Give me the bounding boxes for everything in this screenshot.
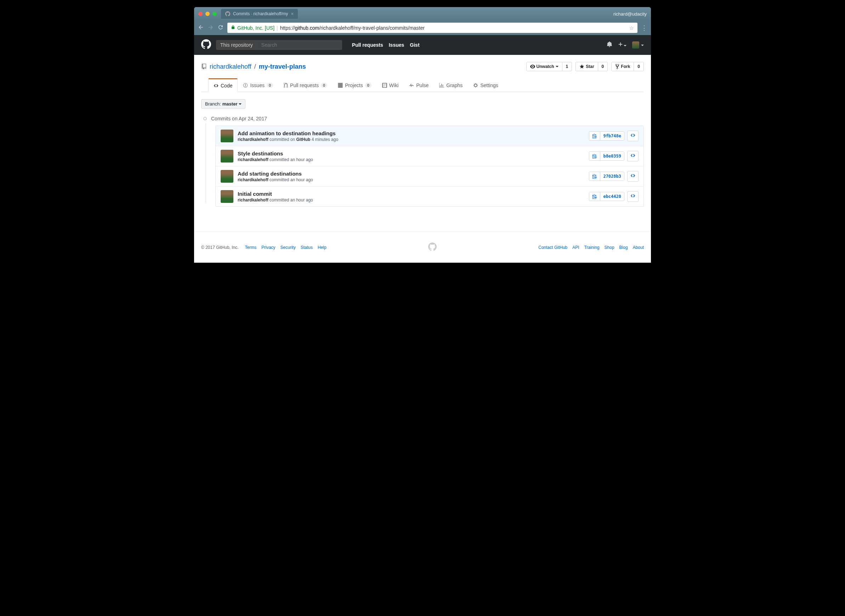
star-count[interactable]: 0 [598, 62, 608, 71]
tab-issues[interactable]: Issues0 [238, 78, 278, 92]
browser-menu-button[interactable]: ⋮ [641, 24, 647, 32]
unwatch-button[interactable]: Unwatch [526, 62, 562, 71]
create-new-button[interactable] [618, 42, 626, 48]
commit-author-link[interactable]: richardkalehoff [238, 198, 268, 202]
sha-link[interactable]: ebc4420 [600, 192, 624, 201]
footer-blog[interactable]: Blog [619, 245, 628, 250]
commit-list: Add animation to destination headingsric… [215, 126, 644, 207]
repo-breadcrumb: richardkalehoff / my-travel-plans Unwatc… [201, 62, 644, 71]
browse-code-button[interactable] [627, 191, 638, 202]
github-logo[interactable] [201, 39, 211, 51]
commit-title-link[interactable]: Style destinations [238, 151, 589, 157]
commit-author-link[interactable]: richardkalehoff [238, 137, 268, 142]
commit-author-link[interactable]: richardkalehoff [238, 177, 268, 182]
footer-shop[interactable]: Shop [604, 245, 615, 250]
footer-terms[interactable]: Terms [245, 245, 257, 250]
tab-title: Commits · richardkalehoff/my [233, 11, 288, 16]
sha-link[interactable]: 27028b3 [600, 172, 624, 180]
commit-row: Style destinationsrichardkalehoff commit… [216, 146, 644, 166]
nav-issues[interactable]: Issues [389, 42, 405, 48]
repo-name-link[interactable]: my-travel-plans [259, 63, 306, 70]
commit-title-link[interactable]: Initial commit [238, 191, 589, 197]
footer-security[interactable]: Security [280, 245, 296, 250]
commit-row: Add animation to destination headingsric… [216, 126, 644, 146]
copy-sha-button[interactable] [589, 132, 600, 140]
back-button[interactable] [198, 24, 204, 32]
copyright: © 2017 GitHub, Inc. [201, 245, 239, 250]
footer-privacy[interactable]: Privacy [261, 245, 275, 250]
commit-author-link[interactable]: richardkalehoff [238, 157, 268, 162]
nav-pull-requests[interactable]: Pull requests [352, 42, 383, 48]
copy-sha-button[interactable] [589, 152, 600, 160]
reload-button[interactable] [217, 24, 224, 32]
tab-pull-requests[interactable]: Pull requests0 [278, 78, 333, 92]
notifications-icon[interactable] [607, 41, 612, 48]
cert-org: GitHub, Inc. [US] [237, 25, 274, 31]
browser-titlebar: Commits · richardkalehoff/my × richard@u… [194, 7, 651, 21]
search-scope-button[interactable]: This repository [216, 40, 257, 50]
commit-title-link[interactable]: Add starting destinations [238, 171, 589, 177]
window-close-button[interactable] [198, 12, 202, 16]
footer-api[interactable]: API [572, 245, 579, 250]
avatar-icon [632, 41, 639, 48]
avatar-icon[interactable] [221, 150, 233, 163]
commit-row: Initial commitrichardkalehoff committed … [216, 186, 644, 207]
tab-code[interactable]: Code [208, 78, 238, 92]
footer-status[interactable]: Status [301, 245, 313, 250]
footer-contact[interactable]: Contact GitHub [538, 245, 567, 250]
footer: © 2017 GitHub, Inc. Terms Privacy Securi… [194, 232, 651, 263]
repo-tabs: Code Issues0 Pull requests0 Projects0 Wi… [201, 78, 644, 92]
tab-pulse[interactable]: Pulse [404, 78, 434, 92]
repo-icon [201, 64, 207, 69]
browse-code-button[interactable] [627, 151, 638, 161]
github-icon [225, 11, 230, 16]
commit-title-link[interactable]: Add animation to destination headings [238, 130, 589, 136]
user-menu[interactable] [632, 41, 644, 48]
commit-meta: richardkalehoff committed on GitHub 4 mi… [238, 137, 589, 142]
browse-code-button[interactable] [627, 131, 638, 141]
timeline-node-icon [203, 117, 207, 120]
tab-graphs[interactable]: Graphs [434, 78, 468, 92]
address-bar[interactable]: GitHub, Inc. [US] | https://github.com/r… [227, 23, 637, 33]
tab-projects[interactable]: Projects0 [333, 78, 377, 92]
fork-count[interactable]: 0 [634, 62, 644, 71]
chrome-profile[interactable]: richard@udacity [613, 11, 647, 17]
window-maximize-button[interactable] [213, 12, 217, 16]
tab-wiki[interactable]: Wiki [377, 78, 404, 92]
search-input[interactable] [257, 40, 342, 50]
forward-button[interactable] [208, 24, 214, 32]
browser-tab[interactable]: Commits · richardkalehoff/my × [221, 9, 298, 19]
copy-sha-button[interactable] [589, 172, 600, 180]
repo-owner-link[interactable]: richardkalehoff [210, 63, 251, 70]
avatar-icon[interactable] [221, 129, 233, 142]
commit-meta: richardkalehoff committed an hour ago [238, 157, 589, 162]
commit-row: Add starting destinationsrichardkalehoff… [216, 166, 644, 186]
browse-code-button[interactable] [627, 171, 638, 182]
github-header: This repository Pull requests Issues Gis… [194, 35, 651, 55]
bookmark-star-icon[interactable]: ☆ [629, 25, 634, 31]
browser-toolbar: GitHub, Inc. [US] | https://github.com/r… [194, 21, 651, 35]
commit-meta: richardkalehoff committed an hour ago [238, 198, 589, 202]
avatar-icon[interactable] [221, 170, 233, 183]
star-button[interactable]: Star [575, 62, 598, 71]
avatar-icon[interactable] [221, 190, 233, 203]
watch-count[interactable]: 1 [562, 62, 572, 71]
url-text: https://github.com/richardkalehoff/my-tr… [280, 25, 425, 31]
branch-select-button[interactable]: Branch: master [201, 99, 245, 109]
fork-button[interactable]: Fork [611, 62, 634, 71]
tab-settings[interactable]: Settings [468, 78, 503, 92]
copy-sha-button[interactable] [589, 192, 600, 201]
footer-help[interactable]: Help [318, 245, 327, 250]
commit-meta: richardkalehoff committed an hour ago [238, 177, 589, 182]
github-mark-icon[interactable] [428, 242, 437, 252]
commits-date-header: Commits on Apr 24, 2017 [211, 116, 267, 122]
window-minimize-button[interactable] [205, 12, 210, 16]
sha-link[interactable]: 9fb748e [600, 132, 624, 140]
sha-link[interactable]: b8e0359 [600, 152, 624, 160]
nav-gist[interactable]: Gist [410, 42, 419, 48]
tab-close-icon[interactable]: × [291, 11, 293, 17]
lock-icon [231, 25, 235, 31]
footer-about[interactable]: About [633, 245, 644, 250]
footer-training[interactable]: Training [584, 245, 600, 250]
